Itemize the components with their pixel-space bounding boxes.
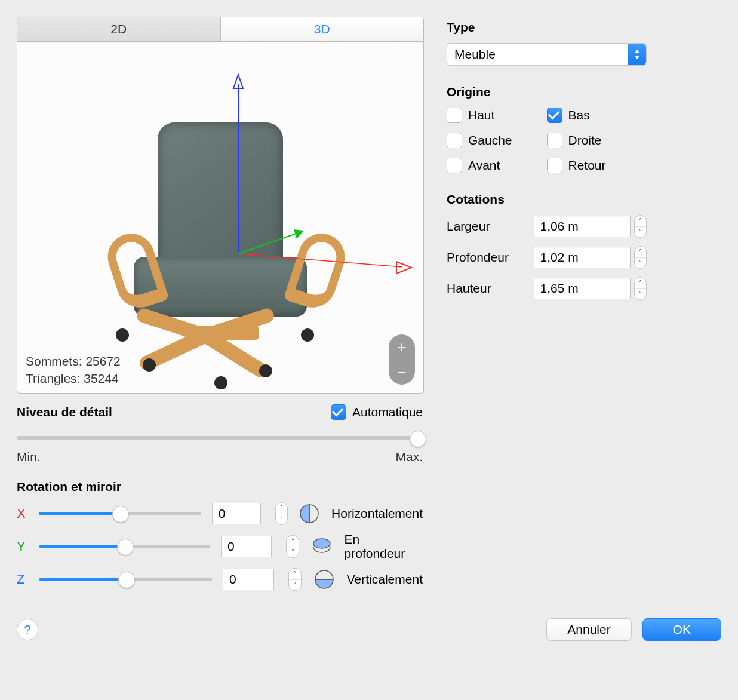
height-label: Hauteur xyxy=(447,281,534,296)
origin-left-label: Gauche xyxy=(468,133,512,148)
lod-max-label: Max. xyxy=(395,450,423,464)
mirror-depth-label: En profondeur xyxy=(345,532,423,561)
rotation-x-input[interactable]: 0 xyxy=(212,503,261,524)
mesh-stats: Sommets: 25672 Triangles: 35244 xyxy=(26,353,121,387)
stat-triangles-value: 35244 xyxy=(84,372,118,385)
lod-auto-label: Automatique xyxy=(352,405,423,419)
rotation-y-input[interactable]: 0 xyxy=(221,536,272,557)
rotation-z-stepper[interactable]: ˄˅ xyxy=(288,568,302,591)
mirror-horizontal-button[interactable] xyxy=(299,502,321,525)
lod-title: Niveau de détail xyxy=(17,405,331,419)
mirror-depth-button[interactable] xyxy=(310,535,334,558)
lod-slider[interactable] xyxy=(17,431,423,445)
depth-label: Profondeur xyxy=(447,250,534,265)
stat-triangles-label: Triangles: xyxy=(26,372,80,385)
type-dropdown-value: Meuble xyxy=(447,47,628,62)
rotation-y-stepper[interactable]: ˄˅ xyxy=(286,535,299,558)
stat-vertices-label: Sommets: xyxy=(26,354,82,368)
mirror-depth-icon xyxy=(312,536,332,557)
zoom-in-button[interactable]: + xyxy=(397,339,406,355)
height-stepper[interactable]: ˄˅ xyxy=(634,277,647,300)
origin-top-label: Haut xyxy=(468,108,494,122)
rotation-y-slider[interactable] xyxy=(39,539,210,554)
rotation-x-label: X xyxy=(17,506,28,521)
svg-marker-3 xyxy=(396,262,411,274)
ok-button[interactable]: OK xyxy=(642,618,721,641)
tab-2d[interactable]: 2D xyxy=(17,17,221,41)
svg-marker-1 xyxy=(233,75,243,88)
rotation-x-slider[interactable] xyxy=(39,506,201,521)
mirror-vertical-label: Verticalement xyxy=(347,572,423,587)
origin-back-checkbox[interactable] xyxy=(547,158,562,173)
mirror-horizontal-label: Horizontalement xyxy=(331,506,423,521)
cancel-button[interactable]: Annuler xyxy=(546,618,631,641)
help-button[interactable]: ? xyxy=(17,619,38,640)
origin-front-checkbox[interactable] xyxy=(447,158,462,173)
rotation-mirror-title: Rotation et miroir xyxy=(17,480,423,494)
zoom-out-button[interactable]: − xyxy=(397,364,406,380)
width-stepper[interactable]: ˄˅ xyxy=(634,215,647,238)
lod-auto-checkbox[interactable] xyxy=(331,404,346,420)
height-input[interactable]: 1,65 m xyxy=(534,278,631,299)
origin-right-label: Droite xyxy=(568,133,602,148)
view-mode-tabs: 2D 3D xyxy=(17,17,424,42)
width-input[interactable]: 1,06 m xyxy=(534,216,631,237)
preview-viewport[interactable]: Sommets: 25672 Triangles: 35244 + − xyxy=(17,42,424,394)
svg-marker-5 xyxy=(294,229,304,239)
origin-bottom-checkbox[interactable] xyxy=(547,108,562,123)
origin-bottom-label: Bas xyxy=(568,108,590,122)
stat-vertices-value: 25672 xyxy=(85,354,120,368)
svg-point-7 xyxy=(313,539,330,548)
lod-min-label: Min. xyxy=(17,450,41,464)
mirror-vertical-button[interactable] xyxy=(312,568,336,591)
rotation-z-slider[interactable] xyxy=(39,572,212,587)
dimensions-section-title: Cotations xyxy=(447,192,647,207)
svg-marker-10 xyxy=(635,56,639,59)
mirror-horizontal-icon xyxy=(299,503,319,524)
type-dropdown[interactable]: Meuble xyxy=(447,43,647,66)
type-section-title: Type xyxy=(447,20,647,35)
origin-section-title: Origine xyxy=(447,85,647,99)
origin-top-checkbox[interactable] xyxy=(447,108,462,123)
depth-input[interactable]: 1,02 m xyxy=(534,247,631,268)
dropdown-arrows-icon xyxy=(628,44,646,65)
origin-front-label: Avant xyxy=(468,158,500,173)
origin-back-label: Retour xyxy=(568,158,606,173)
zoom-control: + − xyxy=(389,334,415,385)
origin-right-checkbox[interactable] xyxy=(547,133,562,148)
depth-stepper[interactable]: ˄˅ xyxy=(634,246,647,269)
tab-3d[interactable]: 3D xyxy=(221,17,424,41)
rotation-y-label: Y xyxy=(17,539,29,554)
width-label: Largeur xyxy=(447,219,534,234)
origin-left-checkbox[interactable] xyxy=(447,133,462,148)
svg-marker-9 xyxy=(635,50,639,53)
rotation-x-stepper[interactable]: ˄˅ xyxy=(275,502,288,525)
mirror-vertical-icon xyxy=(314,569,334,590)
rotation-z-input[interactable]: 0 xyxy=(223,569,274,590)
rotation-z-label: Z xyxy=(17,572,29,587)
